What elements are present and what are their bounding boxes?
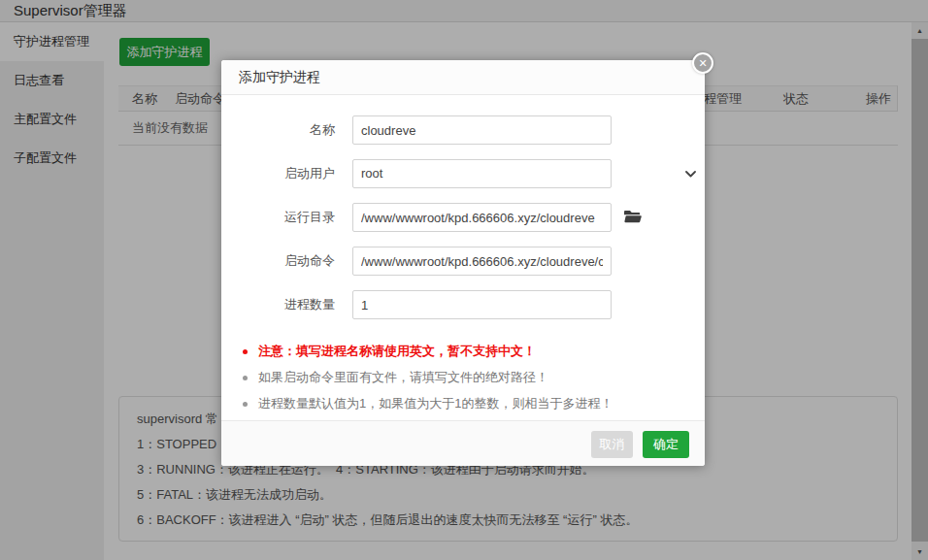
proc-num-input[interactable] xyxy=(352,290,612,319)
start-user-select[interactable]: root xyxy=(352,159,612,188)
start-user-label: 启动用户 xyxy=(221,159,335,188)
run-dir-label: 运行目录 xyxy=(221,203,335,232)
bullet-icon xyxy=(243,376,248,380)
modal-footer: 取消 确定 xyxy=(221,420,705,466)
form-row-user: 启动用户 root xyxy=(221,159,705,188)
note-text: 进程数量默认值为1，如果值为大于1的整数，则相当于多进程！ xyxy=(258,394,613,413)
modal-title: 添加守护进程 xyxy=(221,60,705,95)
cancel-button[interactable]: 取消 xyxy=(591,431,633,458)
note-text: 注意：填写进程名称请使用英文，暂不支持中文！ xyxy=(258,342,536,361)
browse-directory-button[interactable] xyxy=(623,210,643,225)
note-proc-count: 进程数量默认值为1，如果值为大于1的整数，则相当于多进程！ xyxy=(221,394,705,413)
run-dir-input[interactable] xyxy=(352,203,612,232)
bullet-icon xyxy=(243,349,248,354)
name-input[interactable] xyxy=(352,115,612,145)
bullet-icon xyxy=(243,402,248,407)
chevron-down-icon xyxy=(685,171,696,178)
folder-icon xyxy=(624,210,642,223)
form-row-proc-num: 进程数量 xyxy=(221,290,705,319)
note-text: 如果启动命令里面有文件，请填写文件的绝对路径！ xyxy=(258,368,548,387)
command-input[interactable] xyxy=(352,247,612,276)
form-row-run-dir: 运行目录 xyxy=(221,203,705,232)
close-icon[interactable]: ✕ xyxy=(692,52,713,74)
name-label: 名称 xyxy=(221,115,335,145)
note-absolute-path: 如果启动命令里面有文件，请填写文件的绝对路径！ xyxy=(221,368,705,387)
form-row-command: 启动命令 xyxy=(221,247,705,276)
confirm-button[interactable]: 确定 xyxy=(643,431,689,458)
form-row-name: 名称 xyxy=(221,115,705,145)
add-daemon-modal: 添加守护进程 ✕ 名称 启动用户 root 运行目录 启动命令 进程数量 注意：… xyxy=(221,60,705,466)
proc-num-label: 进程数量 xyxy=(221,290,335,319)
command-label: 启动命令 xyxy=(221,247,335,276)
note-warning: 注意：填写进程名称请使用英文，暂不支持中文！ xyxy=(221,342,705,361)
